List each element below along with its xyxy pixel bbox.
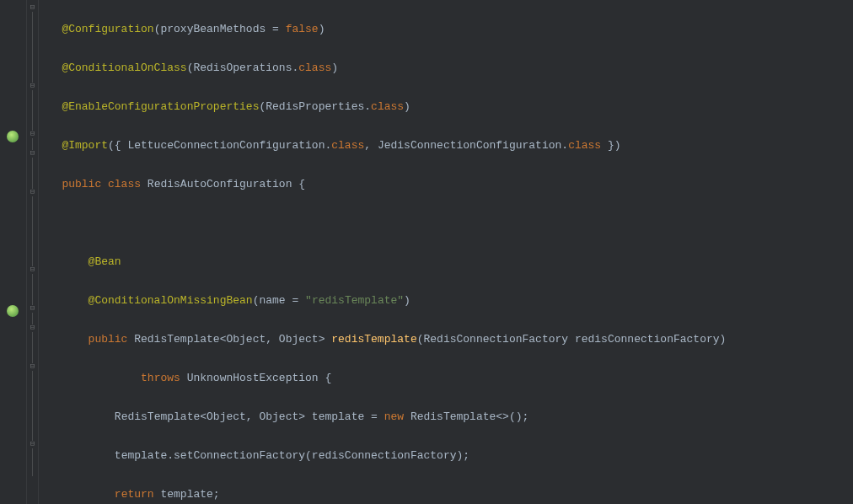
fold-toggle[interactable]: ⊟ — [29, 83, 36, 90]
code-line: throws UnknownHostException { — [42, 368, 853, 388]
fold-toggle[interactable]: ⊟ — [29, 363, 36, 371]
code-line: template.setConnectionFactory(redisConne… — [42, 446, 853, 465]
code-area[interactable]: @Configuration(proxyBeanMethods = false)… — [39, 0, 853, 504]
modified-icon[interactable] — [7, 131, 19, 142]
fold-toggle[interactable]: ⊟ — [29, 441, 36, 448]
modified-icon[interactable] — [7, 305, 19, 317]
fold-toggle[interactable]: ⊟ — [29, 305, 36, 313]
code-line — [42, 213, 853, 233]
fold-toggle[interactable]: ⊟ — [29, 4, 36, 12]
code-line: public RedisTemplate<Object, Object> red… — [42, 330, 853, 349]
code-line: @Configuration(proxyBeanMethods = false) — [42, 19, 853, 39]
code-line: @Import({ LettuceConnectionConfiguration… — [42, 136, 853, 155]
fold-column: ⊟ ⊟ ⊟ ⊟ ⊟ ⊟ ⊟ ⊟ ⊟ ⊟ — [27, 0, 39, 504]
gutter — [0, 0, 27, 504]
code-line: return template; — [42, 485, 853, 504]
fold-toggle[interactable]: ⊟ — [29, 150, 36, 158]
code-line: public class RedisAutoConfiguration { — [42, 174, 853, 194]
code-line: @Bean — [42, 252, 853, 271]
fold-toggle[interactable]: ⊟ — [29, 131, 36, 138]
code-line: @EnableConfigurationProperties(RedisProp… — [42, 97, 853, 116]
code-line: @ConditionalOnClass(RedisOperations.clas… — [42, 58, 853, 78]
code-line: RedisTemplate<Object, Object> template =… — [42, 407, 853, 426]
fold-toggle[interactable]: ⊟ — [29, 266, 36, 274]
fold-toggle[interactable]: ⊟ — [29, 324, 36, 332]
fold-toggle[interactable]: ⊟ — [29, 189, 36, 196]
code-line: @ConditionalOnMissingBean(name = "redisT… — [42, 291, 853, 310]
